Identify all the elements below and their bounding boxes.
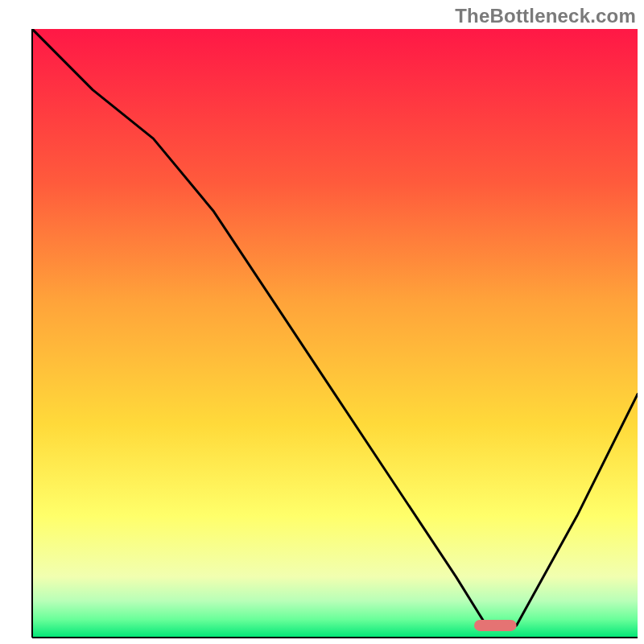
optimal-range-marker (474, 620, 517, 631)
bottleneck-chart (0, 0, 644, 644)
chart-stage: TheBottleneck.com (0, 0, 644, 644)
watermark-text: TheBottleneck.com (455, 5, 636, 27)
plot-background (32, 29, 638, 638)
